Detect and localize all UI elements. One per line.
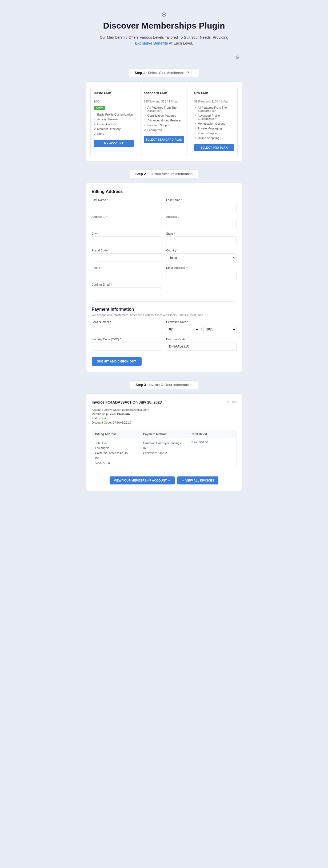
- phone-input[interactable]: [92, 271, 162, 279]
- basic-plan-button[interactable]: MY ACCOUNT: [94, 140, 134, 147]
- address1-input[interactable]: [92, 220, 162, 228]
- city-group: City *: [92, 232, 162, 245]
- header-section: ⊕ Discover Memberships Plugin Our Member…: [86, 5, 242, 55]
- total-billed-value: Total: $30.00: [191, 441, 233, 444]
- feature-std-3: Advanced Group Features: [144, 118, 184, 123]
- invoice-info: Invoice #C4ADA39A01 On July 18, 2023 Acc…: [92, 400, 162, 425]
- name-row: First Name * Last Name *: [92, 198, 236, 211]
- total-billed-cell: Total: $30.00: [188, 438, 236, 468]
- subtitle-start: Our Membership Offers Various Levels Tai…: [100, 35, 228, 39]
- first-name-label: First Name *: [92, 198, 162, 202]
- settings-icon[interactable]: ⚙: [235, 55, 239, 60]
- payment-method-cell: Unknown Card Type ending in dy1Expiratio…: [140, 438, 188, 468]
- view-invoices-button[interactable]: → VIEW ALL INVOICES: [177, 476, 219, 485]
- step1-header: Step 1 : Select Your Membership Plan: [86, 68, 242, 77]
- step2-label: Step 2 : Fill Your Account Information: [130, 169, 198, 178]
- payment-method-header: Payment Method: [140, 430, 188, 438]
- plan-price-basic: $0/0: [94, 97, 134, 104]
- step1-rest: : Select Your Membership Plan: [145, 71, 193, 75]
- feature-std-2: Gamification Features: [144, 113, 184, 118]
- feature-pro-4: Private Messaging: [194, 126, 234, 131]
- feature-basic-2: Activity Streams: [94, 117, 134, 122]
- step3-rest: : Invoice Of Your Informaation: [146, 383, 193, 387]
- print-area[interactable]: 🖨 Print: [226, 400, 236, 403]
- payment-method-value: Unknown Card Type ending in dy1Expiratio…: [143, 441, 185, 456]
- country-select[interactable]: India: [166, 253, 236, 262]
- feature-basic-5: Story: [94, 131, 134, 136]
- invoice-account: Account: Jenny Wilson (jondoe@gmail.com): [92, 408, 162, 412]
- plan-name-basic: Basic Plan: [94, 91, 134, 95]
- card-number-input[interactable]: [92, 325, 162, 333]
- city-label: City *: [92, 232, 162, 235]
- phone-label: Phone *: [92, 266, 162, 269]
- invoice-membership-value: Premium: [117, 412, 130, 415]
- postal-input[interactable]: [92, 253, 162, 262]
- plan-name-standard: Standard Plan: [144, 91, 184, 95]
- billing-address-value: John DoeLos angelsCalifornia, america123…: [95, 441, 137, 465]
- discount-group: Discount Code: [166, 338, 236, 351]
- last-name-label: Last Name *: [166, 198, 236, 202]
- confirm-email-label: Confirm Email *: [92, 283, 236, 286]
- state-input[interactable]: [166, 237, 236, 245]
- plan-card-standard: Standard Plan $29Now and $25 / 1 Month A…: [140, 87, 188, 156]
- plan-features-basic: Basic Profile Customization Activity Str…: [94, 112, 134, 136]
- address2-label: Address 2: [166, 215, 236, 218]
- plan-price-standard: $29Now and $25 / 1 Month: [144, 97, 184, 104]
- step2-bold: Step 2: [135, 172, 146, 176]
- expiry-year-select[interactable]: 2023: [203, 325, 236, 334]
- feature-basic-3: Group Creation: [94, 122, 134, 126]
- invoice-meta: Account: Jenny Wilson (jondoe@gmail.com)…: [92, 408, 162, 425]
- plan-price-value-standard: $29: [144, 100, 149, 103]
- address-row: Address 1 * Address 2: [92, 215, 236, 228]
- active-badge: Active: [94, 106, 105, 110]
- plan-features-standard: All Features From The Basic Plan. Gamifi…: [144, 105, 184, 132]
- address2-input[interactable]: [166, 220, 236, 228]
- email-input[interactable]: [166, 271, 236, 279]
- plan-features-pro: All Features From The Standard Plan Adva…: [194, 105, 234, 141]
- print-icon[interactable]: 🖨: [226, 400, 229, 403]
- feature-std-4: Premium Support: [144, 123, 184, 128]
- feature-std-1: All Features From The Basic Plan.: [144, 105, 184, 113]
- discount-input[interactable]: [166, 342, 236, 351]
- billing-form-section: Billing Address First Name * Last Name *…: [86, 183, 242, 372]
- invoice-section: Invoice #C4ADA39A01 On July 18, 2023 Acc…: [86, 394, 242, 491]
- city-input[interactable]: [92, 237, 162, 245]
- invoice-actions: VIEW YOUR MEMBERSHIP ACCOUNT → → VIEW AL…: [92, 474, 236, 485]
- invoice-status-value: Paid: [102, 417, 107, 420]
- feature-pro-2: Advanced Profile Customization: [194, 113, 234, 121]
- cvv-input[interactable]: [92, 342, 162, 351]
- last-name-group: Last Name *: [166, 198, 236, 211]
- expiry-row: 02 / 2023: [166, 325, 236, 334]
- plan-card-pro: Pro Plan $99Now and $100 / 1 Year All Fe…: [191, 87, 238, 156]
- standard-plan-button[interactable]: SELECT STANDARD PLAN: [144, 136, 184, 143]
- confirm-email-group: Confirm Email *: [92, 283, 236, 296]
- billing-address-cell: John DoeLos angelsCalifornia, america123…: [92, 438, 140, 468]
- postal-group: Postal Code *: [92, 249, 162, 262]
- pro-plan-button[interactable]: SELECT PRO PLAN: [194, 144, 234, 151]
- billing-section-title: Billing Address: [92, 189, 236, 194]
- step1-label: Step 1 : Select Your Membership Plan: [129, 68, 199, 77]
- payment-subtitle: We Accept Visa, Mastercard, American Exp…: [92, 313, 236, 316]
- page-title: Discover Memberships Plugin: [89, 21, 239, 31]
- state-group: State *: [166, 232, 236, 245]
- view-membership-button[interactable]: VIEW YOUR MEMBERSHIP ACCOUNT →: [109, 476, 175, 485]
- step3-bold: Step 3: [135, 383, 146, 387]
- last-name-input[interactable]: [166, 203, 236, 211]
- expiry-month-select[interactable]: 02: [166, 325, 199, 334]
- expiry-separator: /: [201, 327, 202, 332]
- postal-label: Postal Code *: [92, 249, 162, 252]
- first-name-input[interactable]: [92, 203, 162, 211]
- feature-pro-5: Forums Support: [194, 131, 234, 135]
- cvv-discount-row: Security Code (CVC) * Discount Code: [92, 338, 236, 351]
- submit-button[interactable]: SUBMIT AND CHECK OUT: [92, 357, 141, 366]
- expiry-group: Expiration Date * 02 / 2023: [166, 320, 236, 334]
- billing-address-header: Billing Address: [92, 430, 140, 438]
- subtitle-end: At Each Level.: [168, 41, 193, 45]
- plan-price-note-basic: /0: [97, 100, 99, 103]
- total-billed-header: Total Billed: [188, 430, 236, 438]
- first-name-group: First Name *: [92, 198, 162, 211]
- print-label: Print: [230, 400, 236, 403]
- address2-group: Address 2: [166, 215, 236, 228]
- confirm-email-input[interactable]: [92, 287, 162, 296]
- confirm-email-row: Confirm Email *: [92, 283, 236, 296]
